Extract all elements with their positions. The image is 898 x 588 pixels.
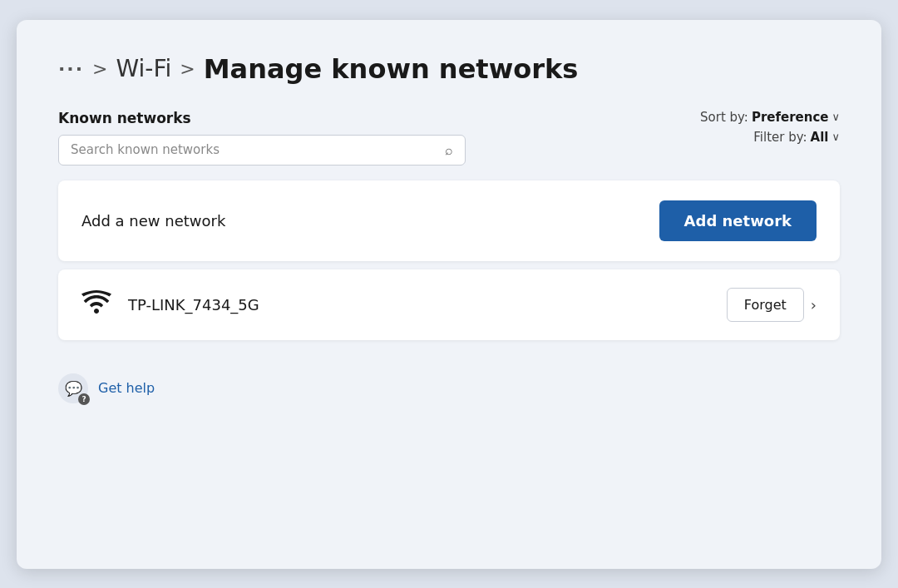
filter-label: Filter by: <box>753 130 807 145</box>
left-header: Known networks ⌕ <box>58 110 466 166</box>
sort-value: Preference <box>752 110 829 125</box>
search-input[interactable] <box>71 142 437 157</box>
network-card: TP-LINK_7434_5G Forget › <box>58 269 840 340</box>
help-badge: ? <box>78 393 90 405</box>
add-network-card: Add a new network Add network <box>58 180 840 261</box>
sort-chevron-down-icon: ∨ <box>831 111 840 123</box>
content-area: Known networks ⌕ Sort by: Preference ∨ F… <box>58 110 840 340</box>
breadcrumb-sep2: > <box>180 58 195 79</box>
breadcrumb: ··· > Wi-Fi > Manage known networks <box>58 53 840 85</box>
footer: 💬 ? Get help <box>58 373 840 403</box>
filter-value: All <box>811 130 829 145</box>
help-icon: 💬 ? <box>58 373 88 403</box>
cards-area: Add a new network Add network TP-LINK_74… <box>58 180 840 340</box>
network-name: TP-LINK_7434_5G <box>128 296 259 314</box>
search-box: ⌕ <box>58 135 466 166</box>
network-actions: Forget › <box>727 288 817 322</box>
network-chevron-right-icon[interactable]: › <box>811 296 817 314</box>
sort-control[interactable]: Sort by: Preference ∨ <box>700 110 840 125</box>
breadcrumb-dots[interactable]: ··· <box>58 58 84 79</box>
section-header: Known networks ⌕ Sort by: Preference ∨ F… <box>58 110 840 166</box>
page-title: Manage known networks <box>204 53 579 85</box>
wifi-icon <box>81 290 111 319</box>
add-network-button[interactable]: Add network <box>659 200 817 241</box>
search-icon: ⌕ <box>445 142 453 158</box>
network-info: TP-LINK_7434_5G <box>81 290 259 319</box>
sort-filter-controls: Sort by: Preference ∨ Filter by: All ∨ <box>700 110 840 145</box>
breadcrumb-wifi[interactable]: Wi-Fi <box>116 55 172 82</box>
sort-label: Sort by: <box>700 110 748 125</box>
settings-window: ··· > Wi-Fi > Manage known networks Know… <box>17 20 881 569</box>
chat-icon: 💬 <box>65 380 82 397</box>
breadcrumb-sep1: > <box>92 58 107 79</box>
known-networks-label: Known networks <box>58 110 466 126</box>
filter-chevron-down-icon: ∨ <box>831 131 840 143</box>
get-help-link[interactable]: Get help <box>98 380 155 396</box>
add-network-label: Add a new network <box>81 212 225 230</box>
filter-control[interactable]: Filter by: All ∨ <box>753 130 840 145</box>
forget-button[interactable]: Forget <box>727 288 804 322</box>
